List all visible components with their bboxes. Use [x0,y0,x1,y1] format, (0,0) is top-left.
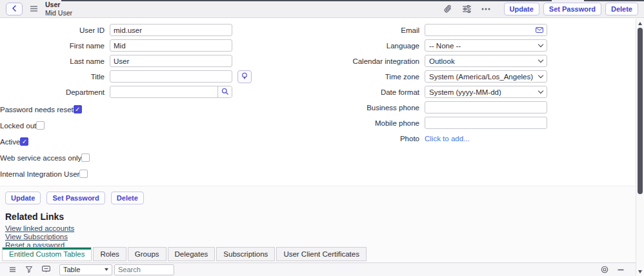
photo-label: Photo [315,135,425,143]
web-service-access-only-checkbox[interactable] [81,153,90,162]
footer-update-button[interactable]: Update [5,192,41,204]
chevron-down-icon [538,41,543,46]
title-input[interactable] [110,70,232,83]
scroll-down-arrow-icon[interactable] [638,270,642,273]
last-name-label: Last name [0,57,110,65]
filter-funnel-icon[interactable] [25,266,33,273]
web-service-access-only-label: Web service access only [0,154,81,162]
back-button[interactable] [6,3,23,15]
locked-out-label: Locked out [0,122,36,130]
window-edge-strip [584,0,644,1]
location-pin-icon [241,72,248,81]
field-row-first-name: First name [0,39,252,52]
delete-button[interactable]: Delete [605,3,638,15]
list-settings-gear-icon[interactable] [601,266,609,273]
time-zone-selected-value: System (America/Los_Angeles) [429,73,533,81]
minimize-list-icon[interactable] [618,269,624,271]
magnifier-icon [221,88,229,97]
chevron-down-icon [538,88,543,93]
caret-down-icon [105,268,108,271]
field-row-password-needs-reset: Password needs reset [0,101,252,117]
field-row-language: Language -- None -- [315,39,547,52]
first-name-label: First name [0,42,110,50]
update-button[interactable]: Update [504,3,539,15]
date-format-selected-value: System (yyyy-MM-dd) [429,88,501,96]
date-format-select[interactable]: System (yyyy-MM-dd) [425,86,547,98]
email-action-button[interactable] [532,25,547,35]
business-phone-label: Business phone [315,104,425,112]
tab-delegates[interactable]: Delegates [168,247,216,261]
view-linked-accounts-link[interactable]: View linked accounts [5,224,74,232]
field-row-active: Active [0,133,252,150]
field-row-department: Department [0,86,252,98]
more-options-icon[interactable] [481,8,490,10]
sliders-icon[interactable] [462,5,472,13]
photo-click-to-add-link[interactable]: Click to add... [425,135,470,143]
internal-integration-user-checkbox[interactable] [79,170,88,178]
table-select-value: Table [63,266,80,273]
record-name-label: Mid User [45,9,72,17]
chevron-down-icon [538,57,543,62]
department-label: Department [0,88,110,96]
tab-roles[interactable]: Roles [93,247,126,261]
toolbar-right-icons [601,266,624,273]
calendar-integration-label: Calendar integration [315,57,425,65]
field-row-mobile-phone: Mobile phone [315,117,547,129]
tab-entitled-custom-tables[interactable]: Entitled Custom Tables [2,247,92,261]
password-needs-reset-checkbox[interactable] [74,105,82,113]
password-needs-reset-label: Password needs reset [0,106,74,113]
chat-bubble-icon[interactable] [42,266,50,273]
list-toolbar: Table [0,262,636,276]
tab-user-client-certificates[interactable]: User Client Certificates [276,247,367,261]
field-row-photo: Photo Click to add... [315,132,547,144]
mobile-phone-input[interactable] [425,117,547,129]
form-left-column: User ID First name Last name Title Depar… [0,24,252,182]
footer-delete-button[interactable]: Delete [111,192,144,204]
user-form: User ID First name Last name Title Depar… [0,19,636,186]
list-search-input[interactable] [114,264,174,275]
calendar-integration-select[interactable]: Outlook [425,55,547,67]
vertical-scrollbar[interactable] [636,19,644,276]
related-links-heading: Related Links [5,212,630,222]
form-right-column: Email Language -- None -- Calendar integ… [315,24,547,148]
record-type-label: User [45,1,72,8]
department-lookup-button[interactable] [217,86,232,97]
paperclip-icon[interactable] [443,5,452,14]
field-row-time-zone: Time zone System (America/Los_Angeles) [315,70,547,83]
field-row-web-service-access: Web service access only [0,150,252,166]
tab-groups[interactable]: Groups [128,247,166,261]
email-input[interactable] [425,25,532,35]
scroll-up-arrow-icon[interactable] [638,22,642,25]
list-menu-icon[interactable] [9,267,16,272]
field-row-user-id: User ID [0,24,252,36]
suggestion-pin-button[interactable] [237,70,252,83]
set-password-button[interactable]: Set Password [543,3,601,15]
language-label: Language [315,42,425,50]
active-checkbox[interactable] [20,137,28,146]
last-name-input[interactable] [110,55,232,67]
window-edge-strip [61,0,552,1]
scrollbar-thumb[interactable] [638,28,643,194]
field-row-title: Title [0,70,252,83]
chevron-left-icon [12,5,17,13]
internal-integration-user-label: Internal Integration User [0,170,79,178]
view-subscriptions-link[interactable]: View Subscriptions [5,233,68,241]
user-id-input[interactable] [110,24,232,36]
form-context-menu-icon[interactable] [30,6,38,12]
language-select[interactable]: -- None -- [425,39,547,52]
field-row-locked-out: Locked out [0,117,252,133]
email-label: Email [315,26,425,34]
footer-set-password-button[interactable]: Set Password [46,192,105,204]
related-lists-tabbar: Entitled Custom Tables Roles Groups Dele… [2,247,368,261]
business-phone-input[interactable] [425,101,547,113]
locked-out-checkbox[interactable] [36,121,45,130]
time-zone-select[interactable]: System (America/Los_Angeles) [425,70,547,83]
table-select[interactable]: Table [59,264,112,275]
first-name-input[interactable] [110,39,232,52]
footer-button-row: Update Set Password Delete [5,192,630,204]
department-reference-field [110,86,232,98]
department-input[interactable] [110,86,217,97]
tab-subscriptions[interactable]: Subscriptions [216,247,275,261]
page-title: User Mid User [45,1,72,16]
user-id-label: User ID [0,26,110,34]
